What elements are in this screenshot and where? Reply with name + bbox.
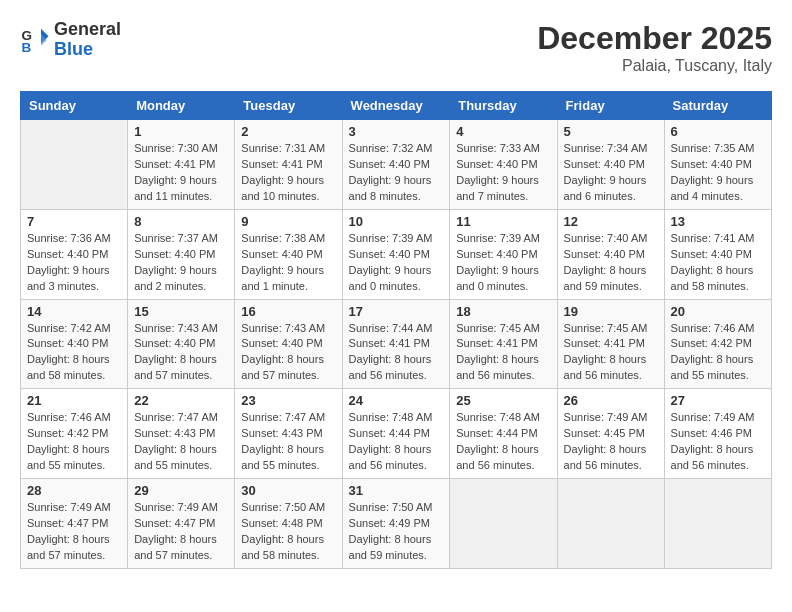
weekday-header-tuesday: Tuesday (235, 92, 342, 120)
calendar-week-row: 7Sunrise: 7:36 AM Sunset: 4:40 PM Daylig… (21, 209, 772, 299)
calendar-week-row: 14Sunrise: 7:42 AM Sunset: 4:40 PM Dayli… (21, 299, 772, 389)
day-number: 21 (27, 393, 121, 408)
logo-icon: G B (20, 25, 50, 55)
day-info: Sunrise: 7:46 AM Sunset: 4:42 PM Dayligh… (671, 321, 765, 385)
logo-line1: General (54, 20, 121, 40)
calendar-cell: 26Sunrise: 7:49 AM Sunset: 4:45 PM Dayli… (557, 389, 664, 479)
day-number: 4 (456, 124, 550, 139)
calendar-cell: 12Sunrise: 7:40 AM Sunset: 4:40 PM Dayli… (557, 209, 664, 299)
day-number: 5 (564, 124, 658, 139)
calendar-cell (21, 120, 128, 210)
calendar-cell: 17Sunrise: 7:44 AM Sunset: 4:41 PM Dayli… (342, 299, 450, 389)
calendar-cell: 29Sunrise: 7:49 AM Sunset: 4:47 PM Dayli… (128, 479, 235, 569)
weekday-header-thursday: Thursday (450, 92, 557, 120)
calendar-cell: 14Sunrise: 7:42 AM Sunset: 4:40 PM Dayli… (21, 299, 128, 389)
day-number: 20 (671, 304, 765, 319)
calendar-cell: 1Sunrise: 7:30 AM Sunset: 4:41 PM Daylig… (128, 120, 235, 210)
day-number: 13 (671, 214, 765, 229)
day-info: Sunrise: 7:44 AM Sunset: 4:41 PM Dayligh… (349, 321, 444, 385)
day-info: Sunrise: 7:47 AM Sunset: 4:43 PM Dayligh… (241, 410, 335, 474)
day-number: 17 (349, 304, 444, 319)
day-info: Sunrise: 7:46 AM Sunset: 4:42 PM Dayligh… (27, 410, 121, 474)
day-info: Sunrise: 7:35 AM Sunset: 4:40 PM Dayligh… (671, 141, 765, 205)
day-info: Sunrise: 7:32 AM Sunset: 4:40 PM Dayligh… (349, 141, 444, 205)
calendar-cell (557, 479, 664, 569)
day-info: Sunrise: 7:37 AM Sunset: 4:40 PM Dayligh… (134, 231, 228, 295)
calendar-cell: 23Sunrise: 7:47 AM Sunset: 4:43 PM Dayli… (235, 389, 342, 479)
day-info: Sunrise: 7:38 AM Sunset: 4:40 PM Dayligh… (241, 231, 335, 295)
calendar-cell: 25Sunrise: 7:48 AM Sunset: 4:44 PM Dayli… (450, 389, 557, 479)
calendar-cell: 27Sunrise: 7:49 AM Sunset: 4:46 PM Dayli… (664, 389, 771, 479)
day-info: Sunrise: 7:45 AM Sunset: 4:41 PM Dayligh… (456, 321, 550, 385)
weekday-header-sunday: Sunday (21, 92, 128, 120)
day-info: Sunrise: 7:49 AM Sunset: 4:46 PM Dayligh… (671, 410, 765, 474)
weekday-header-monday: Monday (128, 92, 235, 120)
calendar-cell: 13Sunrise: 7:41 AM Sunset: 4:40 PM Dayli… (664, 209, 771, 299)
day-info: Sunrise: 7:47 AM Sunset: 4:43 PM Dayligh… (134, 410, 228, 474)
weekday-header-friday: Friday (557, 92, 664, 120)
day-info: Sunrise: 7:43 AM Sunset: 4:40 PM Dayligh… (134, 321, 228, 385)
calendar-cell: 7Sunrise: 7:36 AM Sunset: 4:40 PM Daylig… (21, 209, 128, 299)
weekday-header-row: SundayMondayTuesdayWednesdayThursdayFrid… (21, 92, 772, 120)
calendar-cell: 19Sunrise: 7:45 AM Sunset: 4:41 PM Dayli… (557, 299, 664, 389)
day-number: 29 (134, 483, 228, 498)
day-info: Sunrise: 7:39 AM Sunset: 4:40 PM Dayligh… (349, 231, 444, 295)
calendar-cell: 16Sunrise: 7:43 AM Sunset: 4:40 PM Dayli… (235, 299, 342, 389)
day-number: 6 (671, 124, 765, 139)
calendar-cell: 8Sunrise: 7:37 AM Sunset: 4:40 PM Daylig… (128, 209, 235, 299)
day-info: Sunrise: 7:48 AM Sunset: 4:44 PM Dayligh… (456, 410, 550, 474)
day-info: Sunrise: 7:36 AM Sunset: 4:40 PM Dayligh… (27, 231, 121, 295)
day-number: 14 (27, 304, 121, 319)
day-number: 9 (241, 214, 335, 229)
logo-text: General Blue (54, 20, 121, 60)
day-number: 1 (134, 124, 228, 139)
calendar-cell: 5Sunrise: 7:34 AM Sunset: 4:40 PM Daylig… (557, 120, 664, 210)
day-number: 12 (564, 214, 658, 229)
day-number: 19 (564, 304, 658, 319)
day-info: Sunrise: 7:42 AM Sunset: 4:40 PM Dayligh… (27, 321, 121, 385)
calendar-cell: 6Sunrise: 7:35 AM Sunset: 4:40 PM Daylig… (664, 120, 771, 210)
day-info: Sunrise: 7:34 AM Sunset: 4:40 PM Dayligh… (564, 141, 658, 205)
calendar-cell: 10Sunrise: 7:39 AM Sunset: 4:40 PM Dayli… (342, 209, 450, 299)
month-title: December 2025 (537, 20, 772, 57)
day-info: Sunrise: 7:33 AM Sunset: 4:40 PM Dayligh… (456, 141, 550, 205)
day-number: 18 (456, 304, 550, 319)
day-info: Sunrise: 7:50 AM Sunset: 4:48 PM Dayligh… (241, 500, 335, 564)
calendar-week-row: 28Sunrise: 7:49 AM Sunset: 4:47 PM Dayli… (21, 479, 772, 569)
day-info: Sunrise: 7:49 AM Sunset: 4:47 PM Dayligh… (134, 500, 228, 564)
logo: G B General Blue (20, 20, 121, 60)
calendar-cell: 2Sunrise: 7:31 AM Sunset: 4:41 PM Daylig… (235, 120, 342, 210)
day-info: Sunrise: 7:50 AM Sunset: 4:49 PM Dayligh… (349, 500, 444, 564)
page-header: G B General Blue December 2025 Palaia, T… (20, 20, 772, 75)
location-subtitle: Palaia, Tuscany, Italy (537, 57, 772, 75)
day-number: 11 (456, 214, 550, 229)
day-number: 28 (27, 483, 121, 498)
day-info: Sunrise: 7:43 AM Sunset: 4:40 PM Dayligh… (241, 321, 335, 385)
title-block: December 2025 Palaia, Tuscany, Italy (537, 20, 772, 75)
calendar-cell (664, 479, 771, 569)
day-info: Sunrise: 7:41 AM Sunset: 4:40 PM Dayligh… (671, 231, 765, 295)
day-number: 25 (456, 393, 550, 408)
calendar-cell: 9Sunrise: 7:38 AM Sunset: 4:40 PM Daylig… (235, 209, 342, 299)
day-number: 15 (134, 304, 228, 319)
day-info: Sunrise: 7:48 AM Sunset: 4:44 PM Dayligh… (349, 410, 444, 474)
day-number: 2 (241, 124, 335, 139)
day-info: Sunrise: 7:39 AM Sunset: 4:40 PM Dayligh… (456, 231, 550, 295)
day-number: 8 (134, 214, 228, 229)
day-number: 3 (349, 124, 444, 139)
calendar-cell: 18Sunrise: 7:45 AM Sunset: 4:41 PM Dayli… (450, 299, 557, 389)
calendar-cell: 4Sunrise: 7:33 AM Sunset: 4:40 PM Daylig… (450, 120, 557, 210)
calendar-cell (450, 479, 557, 569)
calendar-cell: 30Sunrise: 7:50 AM Sunset: 4:48 PM Dayli… (235, 479, 342, 569)
day-number: 10 (349, 214, 444, 229)
day-info: Sunrise: 7:45 AM Sunset: 4:41 PM Dayligh… (564, 321, 658, 385)
calendar-week-row: 1Sunrise: 7:30 AM Sunset: 4:41 PM Daylig… (21, 120, 772, 210)
weekday-header-wednesday: Wednesday (342, 92, 450, 120)
calendar-cell: 24Sunrise: 7:48 AM Sunset: 4:44 PM Dayli… (342, 389, 450, 479)
day-number: 16 (241, 304, 335, 319)
day-info: Sunrise: 7:49 AM Sunset: 4:47 PM Dayligh… (27, 500, 121, 564)
day-number: 27 (671, 393, 765, 408)
calendar-cell: 21Sunrise: 7:46 AM Sunset: 4:42 PM Dayli… (21, 389, 128, 479)
day-info: Sunrise: 7:30 AM Sunset: 4:41 PM Dayligh… (134, 141, 228, 205)
day-number: 26 (564, 393, 658, 408)
